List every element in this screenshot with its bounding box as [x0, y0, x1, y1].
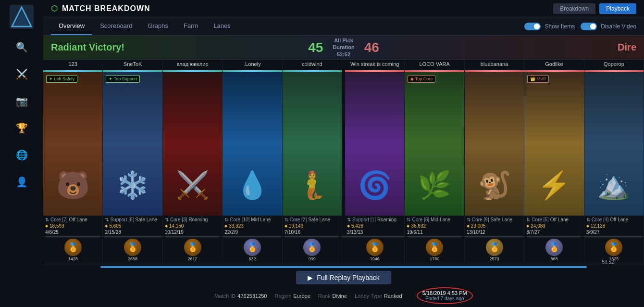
player-stats: ⇅ Core [2] Safe Lane ◆ 19,143 7/10/16 — [283, 216, 342, 236]
gold-row: ◆ 5,605 — [105, 223, 160, 229]
show-items-toggle[interactable] — [524, 23, 541, 30]
medal-col: 🏅868 — [524, 237, 584, 263]
lobby-type-label: Lobby Type — [355, 293, 382, 299]
rank-item: Rank Divine — [318, 293, 347, 299]
medal-col: 🏅2570 — [465, 237, 524, 263]
tab-farm[interactable]: Farm — [176, 17, 206, 35]
gold-row: ◆ 24,083 — [526, 223, 582, 229]
medal-icon: 🏅 — [426, 239, 443, 256]
hero-image: ✦ Left Safely🐻 — [43, 72, 102, 216]
tab-lanes[interactable]: Lanes — [206, 17, 238, 35]
role-icon: ⇅ — [105, 217, 109, 222]
gold-value: 36,832 — [411, 223, 426, 229]
hero-image: ⚔️ — [163, 72, 222, 216]
gold-value: 5,428 — [351, 223, 363, 229]
match-id-value: 4762531250 — [237, 293, 267, 299]
player-name: SneToK — [103, 60, 162, 70]
disable-video-toggle[interactable] — [581, 23, 597, 30]
timeline-label: 53:52 — [602, 259, 614, 265]
medal-num: 632 — [248, 256, 256, 261]
kda-row: 3/13/13 — [347, 230, 402, 235]
trophy-icon[interactable]: 🏆 — [13, 119, 30, 137]
camera-icon[interactable]: 📷 — [13, 92, 30, 110]
nav-tabs: Overview Scoreboard Graphs Farm Lanes Sh… — [43, 17, 644, 36]
player-name: Godlike — [524, 60, 583, 70]
tab-overview[interactable]: Overview — [51, 17, 92, 35]
hero-emoji: 🏔️ — [597, 169, 631, 201]
lane-value: Roaming — [188, 217, 208, 222]
tab-scoreboard[interactable]: Scoreboard — [92, 17, 140, 35]
hero-emoji: 💧 — [235, 169, 269, 201]
pick-type: All Pick — [333, 37, 354, 44]
score-info: All Pick Duration 52:52 — [333, 37, 354, 58]
gold-icon: ◆ — [467, 224, 470, 228]
role-row: ⇅ Core [2] Safe Lane — [285, 217, 340, 222]
hero-emoji: 🧜 — [295, 169, 329, 201]
role-value: Core [2] — [290, 217, 307, 222]
medal-num: 1428 — [68, 256, 78, 261]
playback-button[interactable]: Playback — [599, 3, 636, 14]
role-icon: ⇅ — [165, 217, 169, 222]
profile-icon[interactable]: 👤 — [13, 173, 30, 191]
gold-row: ◆ 23,005 — [467, 223, 522, 229]
duration-value: 52:52 — [333, 51, 354, 58]
hero-image: 💧 — [223, 72, 282, 216]
role-icon: ⇅ — [285, 217, 288, 222]
hero-emoji: 🐻 — [56, 169, 90, 201]
hero-emoji: 🐒 — [478, 169, 511, 201]
medal-icon: 🏅 — [184, 239, 201, 256]
hero-image: 🌀 — [345, 72, 404, 216]
medal-col: 🏅999 — [283, 237, 342, 263]
medal-icon: 🏅 — [124, 239, 141, 256]
breakdown-button[interactable]: Breakdown — [553, 3, 595, 14]
replay-playback-button[interactable]: ▶ Full Replay Playback — [296, 271, 391, 284]
medal-col: 🏅1325 — [584, 237, 644, 263]
hero-emoji: 🌿 — [418, 169, 451, 201]
role-value: Core [3] — [170, 217, 187, 222]
hero-emoji: ⚡ — [537, 169, 571, 201]
radiant-victory-label: Radiant Victory! — [51, 42, 308, 53]
tab-graphs[interactable]: Graphs — [140, 17, 176, 35]
player-name: LOCO VARA — [405, 60, 464, 70]
scores: 45 All Pick Duration 52:52 46 — [308, 37, 379, 58]
lane-value: Roaming — [377, 217, 396, 222]
replay-label: Full Replay Playback — [317, 274, 380, 281]
role-icon: ⇅ — [586, 217, 590, 222]
kda-row: 10/12/19 — [165, 230, 220, 235]
region-value: Europe — [293, 293, 310, 299]
role-row: ⇅ Core [3] Roaming — [165, 217, 220, 222]
search-icon[interactable]: 🔍 — [13, 38, 30, 56]
timeline-bar[interactable] — [100, 266, 587, 268]
player-col-godlike: Godlike👑 MVP⚡ ⇅ Core [5] Off Lane ◆ 24,0… — [524, 60, 584, 236]
disable-video-label: Disable Video — [601, 23, 636, 30]
kda-row: 19/6/11 — [407, 230, 462, 235]
medal-col: 🏅2612 — [163, 237, 223, 263]
role-row: ⇅ Core [8] Mid Lane — [407, 217, 462, 222]
rank-value: Divine — [333, 293, 347, 299]
region-item: Region Europe — [275, 293, 310, 299]
medal-num: 2658 — [128, 256, 137, 261]
gold-value: 18,593 — [50, 223, 64, 229]
hero-image: 🏔️ — [584, 72, 644, 216]
gold-value: 33,323 — [229, 223, 244, 229]
role-value: Core [4] — [592, 217, 609, 222]
player-stats: ⇅ Core [5] Off Lane ◆ 24,083 8/7/27 — [524, 216, 583, 236]
heroes-icon[interactable]: ⚔️ — [13, 65, 30, 83]
player-name: влад ювелир — [163, 60, 222, 70]
medal-icon: 🏅 — [366, 239, 384, 256]
footer-section: 53:52 ▶ Full Replay Playback Match ID 47… — [43, 263, 644, 307]
kda-row: 3/9/27 — [586, 230, 642, 235]
app-logo[interactable] — [10, 5, 34, 29]
role-row: ⇅ Core [9] Safe Lane — [467, 217, 522, 222]
match-date: 5/18/2019 4:53 PM — [422, 290, 467, 296]
gold-row: ◆ 12,128 — [586, 223, 642, 229]
player-name: .Lonely — [223, 60, 282, 70]
globe-icon[interactable]: 🌐 — [13, 146, 30, 164]
player-stats: ⇅ Core [8] Mid Lane ◆ 36,832 19/6/11 — [405, 216, 464, 236]
dire-label: Dire — [379, 42, 636, 53]
kda-row: 8/7/27 — [526, 230, 582, 235]
medal-col: 🏅1946 — [345, 237, 405, 263]
players-section: 123✦ Left Safely🐻 ⇅ Core [7] Off Lane ◆ … — [43, 60, 644, 236]
player-stats: ⇅ Core [10] Mid Lane ◆ 33,323 22/2/9 — [223, 216, 282, 236]
player-stats: ⇅ Core [9] Safe Lane ◆ 23,005 13/10/12 — [465, 216, 524, 236]
